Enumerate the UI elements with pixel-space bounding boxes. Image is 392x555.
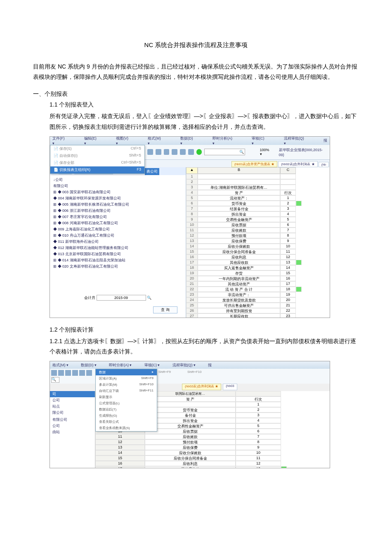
- tree-node[interactable]: ⊞ ◆ 005 湖南新华联长株潭石油化工有限公司: [53, 202, 182, 208]
- submenu-item[interactable]: Shift+F10: [187, 370, 201, 382]
- date-input[interactable]: 2015-09: [97, 295, 146, 301]
- tree-node[interactable]: ⊞ ◆ 006 浙江新华联石油有限公司: [53, 208, 182, 214]
- grid-row[interactable]: 14应收分保账款10: [95, 450, 330, 455]
- dropdown-item[interactable]: 查看关联公式: [96, 419, 157, 425]
- org-tree[interactable]: ↓公司有限公司⊞ ◆ 003 国安新华联石油有限公司 ◆ 004 湖南新华联环保…: [50, 175, 186, 271]
- dropdown-item[interactable]: 数据追踪(T): [96, 406, 157, 413]
- menu-item[interactable]: 数据(D) ▾: [180, 136, 196, 146]
- zoom-dropdown[interactable]: 100% ▾: [260, 148, 272, 156]
- grid-row[interactable]: 6货币资金2: [186, 201, 330, 206]
- grid-row[interactable]: 27长期应收款23: [186, 313, 330, 318]
- tree-node[interactable]: ⊞ ◆ 010 舟山万通石油化工有限公司: [53, 232, 182, 239]
- grid-row[interactable]: 26持有至到期投资22: [186, 308, 330, 313]
- grid-row[interactable]: 22流 动 资 产 合 计18: [186, 287, 330, 292]
- grid-row[interactable]: 15应收分保合同准备金11: [95, 455, 330, 461]
- tree-node[interactable]: ⊞ ◆ 008 河南新华联石油化工有限公司: [53, 220, 182, 226]
- print-icon[interactable]: [180, 149, 186, 155]
- tree-node[interactable]: ⊞ ◆ 020 文寿新华联石油化工有限公司: [53, 263, 182, 270]
- tree-node[interactable]: ↓公司: [53, 177, 182, 183]
- report-tab[interactable]: (hb02表)合并利润表 ★: [182, 384, 221, 390]
- grid-row[interactable]: 5流动资产：1: [186, 195, 330, 201]
- cut-icon[interactable]: [147, 149, 153, 155]
- report-tab[interactable]: (hb01表)合并资产负债表 ★: [231, 161, 277, 167]
- search-icon[interactable]: 🔍: [51, 377, 59, 383]
- search-input[interactable]: 🔍: [204, 149, 245, 155]
- refresh-icon[interactable]: [196, 149, 202, 155]
- grid-row[interactable]: 8拆出资金4: [186, 211, 330, 217]
- grid-row[interactable]: 11应收账款7: [186, 228, 330, 233]
- grid-row[interactable]: 23非流动资产：19: [186, 292, 330, 297]
- report-tab[interactable]: (hb: [319, 162, 329, 167]
- tree-node[interactable]: ◆ 013 北京新华联国际石油贸易有限公司: [53, 251, 182, 257]
- grid-row[interactable]: 17其他应收款13: [95, 466, 330, 468]
- zoom-icon[interactable]: [188, 149, 194, 155]
- dropdown-item[interactable]: 多表计算(M)Shift+F10: [96, 382, 157, 388]
- menu-item[interactable]: 报: [324, 138, 327, 143]
- grid-row[interactable]: 18买入返售金融资产14: [186, 265, 330, 270]
- grid-row[interactable]: 13应收保费9: [95, 445, 330, 450]
- grid-row[interactable]: 24发放长期贷款及垫款20: [186, 297, 330, 303]
- menu-item[interactable]: 视图(V) ▾: [116, 136, 131, 146]
- tool-icon[interactable]: [51, 370, 57, 376]
- grid-row[interactable]: 15应收分保合同准备金11: [186, 249, 330, 254]
- grid-row[interactable]: 17其他应收款13: [186, 260, 330, 265]
- grid-row[interactable]: 12预付款项8: [186, 233, 330, 238]
- menu-item[interactable]: 格式(M) ▾: [148, 136, 164, 146]
- grid-row[interactable]: 10应收票据6: [186, 222, 330, 228]
- tool-icon[interactable]: [72, 370, 78, 376]
- grid-row[interactable]: 12预付款项8: [95, 439, 330, 445]
- tool-icon[interactable]: [79, 370, 85, 376]
- menu-item[interactable]: 即时分析(A) ▾: [213, 136, 235, 146]
- grid-row[interactable]: 4资 产行次: [186, 190, 330, 195]
- list-item[interactable]: 公司: [50, 397, 95, 403]
- menu-item[interactable]: 审核(C) ▾: [144, 363, 160, 368]
- tool-icon[interactable]: [58, 370, 64, 376]
- dropdown-item[interactable]: 数据▸: [96, 369, 157, 375]
- dropdown-item[interactable]: 刷新显示: [96, 394, 157, 400]
- menu-item[interactable]: 文件(F) ▾: [52, 136, 68, 146]
- grid-row[interactable]: 19存货15: [186, 270, 330, 276]
- tree-node[interactable]: ⊞ ◆ 014 湖南新华联石油岳阳县光荣加油站: [53, 257, 182, 263]
- grid-row[interactable]: 13应收保费9: [186, 238, 330, 244]
- grid-row[interactable]: 11应收账款7: [95, 434, 330, 439]
- menu-item[interactable]: 格式(M) ▾: [52, 363, 68, 368]
- grid-row[interactable]: 20一年内到期的非流动资产16: [186, 276, 330, 281]
- dropdown-item[interactable]: 自动汇总下级Shift+F11: [96, 388, 157, 394]
- tree-node[interactable]: ◆ 004 湖南新华联环保资源开发有限公司: [53, 195, 182, 202]
- menu-item[interactable]: 流程审批(Q) ▾: [284, 136, 307, 146]
- menu-item[interactable]: 即时分析(A) ▾: [109, 363, 132, 368]
- copy-icon[interactable]: [156, 149, 161, 155]
- list-item[interactable]: 司: [50, 391, 95, 397]
- grid-row[interactable]: 9交易性金融资产5: [186, 217, 330, 222]
- tree-node[interactable]: ◆ 011 新华联海外石油公司: [53, 239, 182, 245]
- grid-row[interactable]: 16应收利息12: [95, 461, 330, 466]
- list-item[interactable]: 限公司: [50, 410, 95, 416]
- dropdown-item[interactable]: 区域计算(A)Shift+F9: [96, 375, 157, 382]
- query-button[interactable]: 查 询: [153, 306, 177, 313]
- grid-row[interactable]: 1: [186, 174, 330, 179]
- paste-icon[interactable]: [164, 149, 170, 155]
- grid-row[interactable]: 2: [186, 179, 330, 185]
- menu-item[interactable]: 审核(C) ▾: [252, 136, 267, 146]
- report-tab[interactable]: (hb02表)合并利润表 ★: [278, 161, 317, 167]
- tree-node[interactable]: ◆ 012 湖南新华联石油能站管理服务有限公司: [53, 245, 182, 251]
- menu-item[interactable]: 数据(D) ▾: [81, 363, 97, 368]
- list-item[interactable]: 公司: [50, 423, 95, 429]
- tool-icon[interactable]: [65, 370, 71, 376]
- menu-item[interactable]: 报: [208, 363, 212, 368]
- dropdown-item[interactable]: 生成报告(G): [96, 413, 157, 419]
- grid-row[interactable]: 21其他流动资产17: [186, 281, 330, 287]
- menu-item[interactable]: 流程审批(Q) ▾: [172, 363, 196, 368]
- grid-row[interactable]: 7结算备付金3: [186, 206, 330, 211]
- report-tab[interactable]: (hb03: [223, 384, 237, 390]
- list-item[interactable]: 站点: [50, 403, 95, 410]
- dropdown-item[interactable]: 📄 保存全部Ctrl+Shift+S: [50, 159, 144, 166]
- tool-icon[interactable]: [86, 370, 92, 376]
- dropdown-item[interactable]: 📄 保存(S)Ctrl+S: [50, 145, 144, 152]
- grid-row[interactable]: 16应收利息12: [186, 254, 330, 260]
- tree-node[interactable]: ◆ 009 上海嘉际石油化工有限公司: [53, 226, 182, 232]
- submenu-item[interactable]: Shift+F9: [158, 370, 171, 382]
- dropdown-item[interactable]: 📄 切换报表主组织(R)F3: [50, 166, 144, 173]
- list-item[interactable]: 有限公司: [50, 417, 95, 423]
- tree-node[interactable]: 有限公司: [53, 183, 182, 189]
